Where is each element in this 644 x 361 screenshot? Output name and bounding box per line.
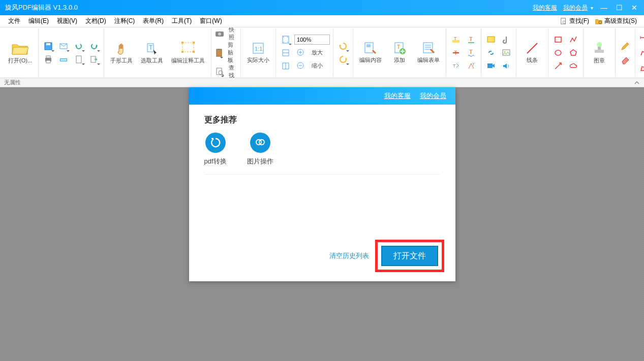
lines-button[interactable]: 线条	[519, 39, 545, 66]
replace-text-button[interactable]: T	[449, 59, 463, 73]
redo-button[interactable]	[87, 40, 101, 53]
insert-icon: T	[467, 61, 476, 71]
clipboard-button[interactable]	[214, 46, 224, 59]
rect-icon	[554, 35, 563, 44]
export-small-button[interactable]	[87, 53, 101, 66]
undo-button[interactable]	[72, 40, 85, 53]
rect-shape[interactable]	[551, 33, 565, 46]
pdf-convert-icon	[205, 133, 226, 153]
circle-shape[interactable]	[551, 46, 565, 59]
add-button[interactable]: T 添加	[387, 39, 412, 66]
attach-button[interactable]	[500, 33, 513, 46]
fit-height-button[interactable]	[279, 59, 292, 73]
close-button[interactable]: ✕	[630, 3, 639, 12]
mail-button[interactable]	[57, 40, 70, 53]
menu-edit[interactable]: 编辑(E)	[24, 15, 53, 27]
sound-button[interactable]	[500, 59, 513, 73]
image-button[interactable]	[500, 46, 513, 59]
panel-member-link[interactable]: 我的会员	[420, 91, 446, 101]
svg-rect-11	[76, 56, 81, 63]
rec-label: 图片操作	[247, 157, 273, 166]
menu-form[interactable]: 表单(R)	[139, 15, 168, 27]
panel-service-link[interactable]: 我的客服	[384, 91, 411, 101]
cloud-shape[interactable]	[567, 59, 580, 73]
stamp-button[interactable]: 图章	[587, 39, 612, 67]
rotate-right-button[interactable]	[336, 53, 350, 66]
add-icon: T	[392, 41, 407, 55]
menu-tools[interactable]: 工具(T)	[168, 15, 196, 27]
menu-advanced-find[interactable]: 高级查找(S)	[592, 15, 640, 27]
print-button[interactable]	[42, 53, 55, 66]
rotate-left-button[interactable]	[336, 40, 350, 53]
arrow-shape[interactable]	[551, 59, 565, 73]
eraser-button[interactable]	[619, 53, 632, 66]
polygon-shape[interactable]	[567, 46, 580, 59]
rotate-left-icon	[338, 41, 348, 51]
perimeter-button[interactable]	[638, 46, 644, 59]
ribbon: 打开(O)... 手形工具 T 选取工具	[0, 27, 644, 78]
menu-file[interactable]: 文件	[4, 15, 24, 27]
document-small-button[interactable]	[72, 53, 85, 66]
app-title: 旋风PDF编辑器 V1.3.0.0	[5, 3, 533, 12]
collapse-prop-icon[interactable]	[634, 80, 640, 86]
arrow-icon	[554, 61, 563, 71]
circle-icon	[554, 48, 563, 57]
link-icon	[486, 48, 496, 57]
member-dropdown-icon[interactable]: ▾	[591, 5, 593, 11]
maximize-button[interactable]: ☐	[615, 3, 624, 12]
image-ops-icon	[250, 133, 270, 153]
find-ribbon-button[interactable]	[214, 65, 225, 78]
link-button[interactable]	[484, 46, 498, 59]
find-icon	[215, 67, 224, 76]
open-button[interactable]: 打开(O)...	[5, 39, 35, 67]
menu-document[interactable]: 文档(D)	[81, 15, 110, 27]
rec-image-ops[interactable]: 图片操作	[247, 133, 273, 166]
svg-text:T: T	[453, 63, 456, 69]
zoom-out-button[interactable]	[294, 59, 308, 73]
rec-label: pdf转换	[204, 157, 227, 166]
edit-content-button[interactable]: 编辑内容	[356, 39, 385, 66]
perimeter-icon	[639, 48, 644, 57]
camera-icon	[215, 30, 224, 37]
underline-button[interactable]: T	[465, 33, 478, 46]
menu-window[interactable]: 窗口(W)	[196, 15, 226, 27]
menu-annotate[interactable]: 注释(C)	[110, 15, 139, 27]
video-button[interactable]	[484, 59, 498, 73]
titlebar-member-link[interactable]: 我的会员	[563, 4, 588, 12]
note-button[interactable]	[484, 33, 498, 46]
rec-pdf-convert[interactable]: pdf转换	[204, 133, 227, 166]
edit-form-button[interactable]: 编辑表单	[414, 39, 443, 66]
fit-width-button[interactable]	[279, 46, 292, 59]
zoom-input[interactable]	[294, 35, 330, 45]
highlight-button[interactable]: T	[449, 33, 463, 46]
clear-history-link[interactable]: 清空历史列表	[329, 251, 369, 260]
cloud-icon	[569, 61, 578, 71]
redo-icon	[89, 42, 99, 51]
titlebar-service-link[interactable]: 我的客服	[533, 4, 557, 12]
pencil-button[interactable]	[619, 40, 632, 53]
zoom-in-button[interactable]	[294, 46, 308, 59]
area-button[interactable]	[638, 61, 644, 75]
distance-button[interactable]	[638, 31, 644, 44]
svg-rect-8	[46, 60, 50, 63]
menu-find[interactable]: 查找(F)	[557, 15, 592, 27]
fit-page-button[interactable]	[279, 33, 292, 46]
video-icon	[486, 61, 496, 71]
open-file-button[interactable]: 打开文件	[381, 246, 438, 266]
snapshot-button[interactable]	[214, 27, 225, 40]
polyline-shape[interactable]	[567, 33, 580, 46]
mail-icon	[59, 42, 68, 51]
scan-button[interactable]	[57, 53, 70, 66]
strikeout-button[interactable]: T	[449, 46, 463, 59]
save-button[interactable]	[42, 40, 55, 53]
hand-tool[interactable]: 手形工具	[107, 39, 136, 67]
minimize-button[interactable]: —	[599, 3, 608, 12]
squiggly-button[interactable]: T	[465, 46, 478, 59]
annotate-tool[interactable]: 编辑注释工具	[168, 39, 208, 67]
svg-point-1	[563, 21, 565, 23]
actual-size-button[interactable]: 1:1 实际大小	[244, 39, 272, 66]
menu-view[interactable]: 视图(V)	[53, 15, 81, 27]
insert-text-button[interactable]: T	[465, 59, 478, 73]
hand-icon	[114, 41, 129, 56]
select-tool[interactable]: T 选取工具	[138, 39, 166, 67]
